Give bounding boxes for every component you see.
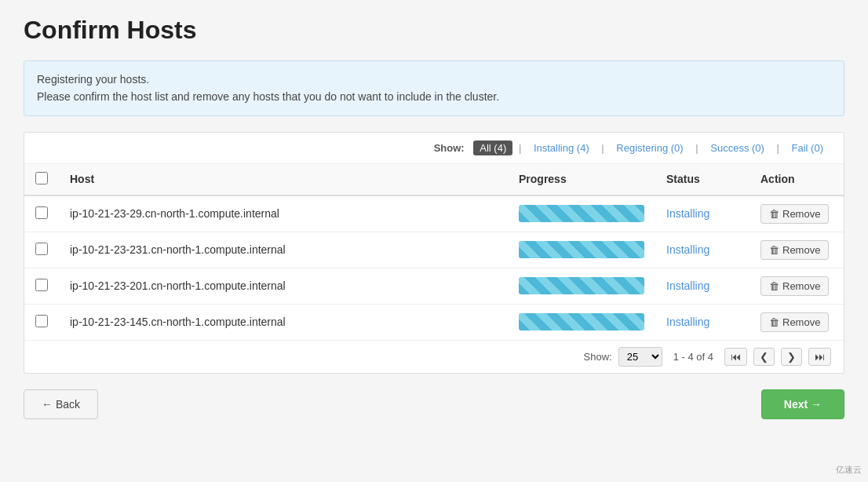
page-range: 1 - 4 of 4 — [673, 351, 713, 363]
action-cell-0: 🗑 Remove — [749, 195, 844, 232]
progress-bar-fill-1 — [519, 241, 644, 258]
filter-registering[interactable]: Registering (0) — [610, 141, 689, 155]
col-status: Status — [655, 164, 749, 195]
info-line2: Please confirm the host list and remove … — [37, 88, 831, 105]
table-container: Show: All (4) | Installing (4) | Registe… — [24, 132, 844, 374]
action-cell-3: 🗑 Remove — [749, 304, 844, 340]
status-cell-1: Installing — [655, 232, 749, 268]
table-row: ip-10-21-23-29.cn-north-1.compute.intern… — [24, 195, 844, 232]
progress-bar-wrapper-1 — [519, 241, 644, 258]
trash-icon: 🗑 — [769, 280, 779, 292]
page-title: Confirm Hosts — [24, 16, 844, 45]
first-page-btn[interactable]: ⏮ — [724, 348, 747, 366]
last-page-btn[interactable]: ⏭ — [808, 348, 831, 366]
host-cell-0: ip-10-21-23-29.cn-north-1.compute.intern… — [59, 195, 508, 232]
col-progress: Progress — [508, 164, 655, 195]
next-page-btn[interactable]: ❯ — [781, 348, 802, 366]
remove-btn-1[interactable]: 🗑 Remove — [760, 240, 829, 260]
status-cell-0: Installing — [655, 195, 749, 232]
prev-page-btn[interactable]: ❮ — [753, 348, 775, 366]
trash-icon: 🗑 — [769, 316, 779, 328]
trash-icon: 🗑 — [769, 244, 779, 256]
row-checkbox-2[interactable] — [35, 279, 48, 291]
host-cell-3: ip-10-21-23-145.cn-north-1.compute.inter… — [59, 304, 508, 340]
pagination-bar: Show: 25 50 100 1 - 4 of 4 ⏮ ❮ ❯ ⏭ — [24, 340, 844, 373]
progress-bar-fill-0 — [519, 205, 644, 222]
info-line1: Registering your hosts. — [37, 71, 831, 88]
progress-cell-3 — [508, 304, 655, 340]
progress-bar-fill-2 — [519, 277, 644, 294]
progress-cell-0 — [508, 195, 655, 232]
filter-all[interactable]: All (4) — [473, 141, 512, 155]
progress-bar-fill-3 — [519, 313, 644, 330]
row-checkbox-3[interactable] — [35, 315, 48, 327]
trash-icon: 🗑 — [769, 208, 779, 220]
filter-bar: Show: All (4) | Installing (4) | Registe… — [24, 133, 844, 164]
next-button[interactable]: Next → — [761, 389, 844, 419]
status-cell-2: Installing — [655, 268, 749, 304]
progress-cell-2 — [508, 268, 655, 304]
footer-actions: ← Back Next → — [24, 389, 844, 419]
progress-bar-wrapper-0 — [519, 205, 644, 222]
filter-show-label: Show: — [434, 142, 465, 154]
remove-btn-0[interactable]: 🗑 Remove — [760, 204, 829, 224]
info-box: Registering your hosts. Please confirm t… — [24, 60, 844, 116]
per-page-select[interactable]: 25 50 100 — [618, 347, 662, 367]
progress-bar-wrapper-2 — [519, 277, 644, 294]
progress-cell-1 — [508, 232, 655, 268]
pagination-show-label: Show: — [584, 351, 612, 363]
row-checkbox-0[interactable] — [35, 206, 48, 219]
row-checkbox-1[interactable] — [35, 243, 48, 255]
table-row: ip-10-21-23-201.cn-north-1.compute.inter… — [24, 268, 844, 304]
filter-success[interactable]: Success (0) — [704, 141, 771, 155]
host-cell-1: ip-10-21-23-231.cn-north-1.compute.inter… — [59, 232, 508, 268]
action-cell-1: 🗑 Remove — [749, 232, 844, 268]
filter-installing[interactable]: Installing (4) — [527, 141, 596, 155]
action-cell-2: 🗑 Remove — [749, 268, 844, 304]
remove-btn-3[interactable]: 🗑 Remove — [760, 312, 829, 332]
host-cell-2: ip-10-21-23-201.cn-north-1.compute.inter… — [59, 268, 508, 304]
status-cell-3: Installing — [655, 304, 749, 340]
table-row: ip-10-21-23-231.cn-north-1.compute.inter… — [24, 232, 844, 268]
back-button[interactable]: ← Back — [24, 389, 98, 419]
remove-btn-2[interactable]: 🗑 Remove — [760, 276, 829, 296]
col-host: Host — [59, 164, 508, 195]
table-row: ip-10-21-23-145.cn-north-1.compute.inter… — [24, 304, 844, 340]
select-all-checkbox[interactable] — [35, 172, 48, 184]
hosts-table: Host Progress Status Action ip-10-21-23-… — [24, 164, 844, 340]
filter-fail[interactable]: Fail (0) — [786, 141, 830, 155]
progress-bar-wrapper-3 — [519, 313, 644, 330]
col-action: Action — [749, 164, 844, 195]
